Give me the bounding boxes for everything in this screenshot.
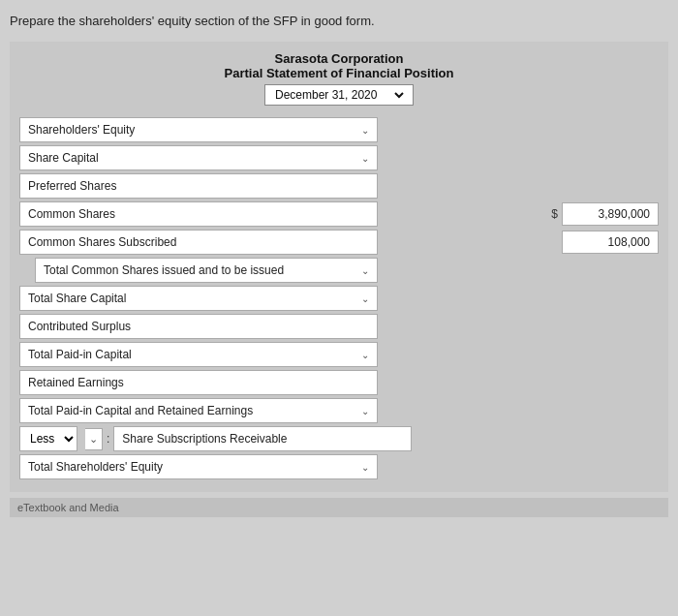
label-text: Shareholders' Equity bbox=[28, 123, 135, 137]
row-retained-earnings: Retained Earnings bbox=[19, 370, 659, 395]
date-select[interactable]: December 31, 2020 bbox=[271, 87, 407, 103]
content-area: Shareholders' Equity ⌄ Share Capital ⌄ P… bbox=[19, 117, 659, 479]
label-text: Common Shares Subscribed bbox=[28, 235, 176, 249]
row-shareholders-equity: Shareholders' Equity ⌄ bbox=[19, 117, 659, 142]
footer-bar: eTextbook and Media bbox=[10, 498, 668, 517]
less-chevron-icon: ⌄ bbox=[85, 428, 103, 450]
date-select-wrapper[interactable]: December 31, 2020 bbox=[264, 84, 414, 106]
company-name: Sarasota Corporation bbox=[19, 51, 659, 66]
label-text: Retained Earnings bbox=[28, 376, 124, 389]
label-text: Total Paid-in Capital bbox=[28, 348, 132, 361]
label-total-paid-in-retained[interactable]: Total Paid-in Capital and Retained Earni… bbox=[19, 398, 378, 423]
label-share-subscriptions-receivable[interactable]: Share Subscriptions Receivable bbox=[113, 426, 412, 451]
label-common-shares[interactable]: Common Shares bbox=[19, 201, 378, 227]
chevron-down-icon: ⌄ bbox=[361, 125, 369, 136]
colon: : bbox=[107, 432, 109, 446]
header-section: Sarasota Corporation Partial Statement o… bbox=[19, 51, 659, 106]
label-text: Share Subscriptions Receivable bbox=[122, 432, 287, 446]
label-shareholders-equity[interactable]: Shareholders' Equity ⌄ bbox=[19, 117, 378, 142]
row-contributed-surplus: Contributed Surplus bbox=[19, 314, 659, 339]
label-text: Total Share Capital bbox=[28, 292, 126, 305]
label-text: Share Capital bbox=[28, 151, 99, 165]
instruction-text: Prepare the shareholders' equity section… bbox=[10, 10, 668, 32]
footer-text: eTextbook and Media bbox=[17, 502, 119, 513]
row-total-share-capital: Total Share Capital ⌄ bbox=[19, 286, 659, 311]
label-total-share-capital[interactable]: Total Share Capital ⌄ bbox=[19, 286, 378, 311]
dollar-sign: $ bbox=[551, 207, 558, 221]
chevron-down-icon: ⌄ bbox=[361, 153, 369, 164]
row-total-shareholders-equity: Total Shareholders' Equity ⌄ bbox=[19, 454, 659, 479]
row-total-paid-in-retained: Total Paid-in Capital and Retained Earni… bbox=[19, 398, 659, 423]
row-total-common-shares: Total Common Shares issued and to be iss… bbox=[19, 258, 659, 283]
row-common-shares-subscribed: Common Shares Subscribed bbox=[19, 230, 659, 255]
less-select[interactable]: Less bbox=[19, 426, 77, 451]
label-total-shareholders-equity[interactable]: Total Shareholders' Equity ⌄ bbox=[19, 454, 378, 479]
main-container: Sarasota Corporation Partial Statement o… bbox=[10, 42, 668, 492]
row-total-paid-in-capital: Total Paid-in Capital ⌄ bbox=[19, 342, 659, 367]
chevron-down-icon: ⌄ bbox=[361, 406, 369, 416]
common-shares-subscribed-value-input[interactable] bbox=[562, 231, 659, 254]
label-text: Total Paid-in Capital and Retained Earni… bbox=[28, 404, 253, 417]
label-total-common-shares[interactable]: Total Common Shares issued and to be iss… bbox=[35, 258, 378, 283]
label-share-capital[interactable]: Share Capital ⌄ bbox=[19, 145, 378, 170]
chevron-down-icon: ⌄ bbox=[361, 462, 369, 473]
label-text: Contributed Surplus bbox=[28, 320, 131, 333]
chevron-down-icon: ⌄ bbox=[361, 265, 369, 276]
statement-title: Partial Statement of Financial Position bbox=[19, 66, 659, 80]
chevron-down-icon: ⌄ bbox=[361, 293, 369, 304]
label-text: Total Shareholders' Equity bbox=[28, 460, 163, 474]
row-less-share-subscriptions: Less ⌄ : Share Subscriptions Receivable bbox=[19, 426, 659, 451]
label-text: Preferred Shares bbox=[28, 179, 116, 193]
row-preferred-shares: Preferred Shares bbox=[19, 173, 659, 199]
label-contributed-surplus[interactable]: Contributed Surplus bbox=[19, 314, 378, 339]
chevron-down-icon: ⌄ bbox=[361, 350, 369, 360]
row-common-shares: Common Shares $ bbox=[19, 201, 659, 227]
label-total-paid-in-capital[interactable]: Total Paid-in Capital ⌄ bbox=[19, 342, 378, 367]
label-preferred-shares[interactable]: Preferred Shares bbox=[19, 173, 378, 199]
label-common-shares-subscribed[interactable]: Common Shares Subscribed bbox=[19, 230, 378, 255]
row-share-capital: Share Capital ⌄ bbox=[19, 145, 659, 170]
label-text: Total Common Shares issued and to be iss… bbox=[44, 263, 284, 277]
common-shares-value-input[interactable] bbox=[562, 202, 659, 226]
label-text: Common Shares bbox=[28, 207, 115, 221]
label-retained-earnings[interactable]: Retained Earnings bbox=[19, 370, 378, 395]
